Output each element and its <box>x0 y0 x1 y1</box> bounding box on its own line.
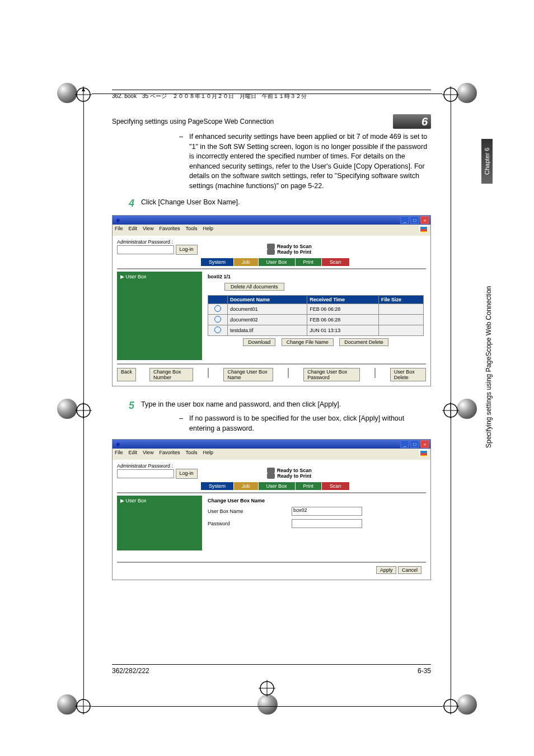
svg-rect-22 <box>420 229 427 231</box>
ready-to-print-label: Ready to Print <box>277 249 311 255</box>
minimize-icon[interactable]: _ <box>400 440 409 448</box>
footer-model: 362/282/222 <box>112 667 149 675</box>
tab-system[interactable]: System <box>201 258 234 266</box>
ie-icon: e <box>114 216 123 225</box>
row-radio[interactable] <box>214 316 221 323</box>
user-box-name-label: User Box Name <box>208 508 292 514</box>
chapter-badge: 6 <box>393 114 431 129</box>
login-button[interactable]: Log-in <box>176 469 198 479</box>
screenshot-user-box-list: e _ □ × File Edit View Favorites Tools H… <box>112 215 431 386</box>
table-row: document01 FEB 06 06:28 <box>208 304 424 315</box>
close-icon[interactable]: × <box>420 440 429 448</box>
tab-print[interactable]: Print <box>296 482 322 490</box>
sidebar-user-box[interactable]: ▶ User Box <box>117 496 202 550</box>
menu-view[interactable]: View <box>143 226 153 235</box>
menu-edit[interactable]: Edit <box>129 226 138 235</box>
side-running-head: Specifying settings using PageScope Web … <box>485 213 493 448</box>
ready-to-scan-label: Ready to Scan <box>277 244 312 249</box>
sidebar-user-box[interactable]: ▶ User Box <box>117 272 202 360</box>
tab-job[interactable]: Job <box>234 482 259 490</box>
maximize-icon[interactable]: □ <box>410 216 419 224</box>
doc-name-cell: testdata.tif <box>228 325 307 336</box>
crop-target-icon <box>75 698 92 715</box>
delete-all-documents-button[interactable]: Delete All documents <box>224 283 284 291</box>
tab-user-box[interactable]: User Box <box>259 482 296 490</box>
menu-help[interactable]: Help <box>203 226 213 235</box>
svg-rect-25 <box>420 453 427 455</box>
document-delete-button[interactable]: Document Delete <box>339 338 388 346</box>
menu-file[interactable]: File <box>115 226 123 235</box>
user-box-delete-button[interactable]: User Box Delete <box>390 368 426 381</box>
table-row: document02 FEB 06 06:28 <box>208 315 424 325</box>
menu-tools[interactable]: Tools <box>185 226 197 235</box>
change-user-box-password-button[interactable]: Change User Box Password <box>303 368 360 381</box>
bullet-dash: – <box>179 414 189 433</box>
col-document-name: Document Name <box>228 296 307 304</box>
screenshot-change-user-box-name: e _ □ × File Edit View Favorites Tools H… <box>112 439 431 580</box>
menu-tools[interactable]: Tools <box>185 450 197 459</box>
menu-view[interactable]: View <box>143 450 153 459</box>
password-label: Password <box>208 521 292 526</box>
login-button[interactable]: Log-in <box>176 245 198 255</box>
menu-favorites[interactable]: Favorites <box>159 450 180 459</box>
scanner-icon <box>267 244 275 249</box>
tab-job[interactable]: Job <box>234 258 259 266</box>
crop-target-icon <box>259 680 275 697</box>
change-box-number-button[interactable]: Change Box Number <box>149 368 193 381</box>
svg-rect-24 <box>420 231 427 232</box>
scanner-icon <box>267 468 275 473</box>
menu-edit[interactable]: Edit <box>129 450 138 459</box>
file-size-cell <box>378 325 423 336</box>
back-button[interactable]: Back <box>117 368 136 381</box>
row-radio[interactable] <box>214 305 221 312</box>
ready-to-print-label: Ready to Print <box>277 473 311 479</box>
minimize-icon[interactable]: _ <box>400 216 409 224</box>
tab-scan[interactable]: Scan <box>322 258 350 266</box>
crop-target-icon <box>442 698 459 715</box>
cancel-button[interactable]: Cancel <box>398 566 421 574</box>
maximize-icon[interactable]: □ <box>410 440 419 448</box>
registration-sphere-tr <box>457 83 477 103</box>
tab-system[interactable]: System <box>201 482 234 490</box>
menu-help[interactable]: Help <box>203 450 213 459</box>
crop-line <box>451 103 451 698</box>
section-heading: Specifying settings using PageScope Web … <box>112 118 274 125</box>
menu-favorites[interactable]: Favorites <box>159 226 180 235</box>
registration-sphere-br <box>457 694 477 715</box>
printer-icon <box>267 249 275 255</box>
received-time-cell: JUN 01 13:13 <box>307 325 379 336</box>
svg-rect-23 <box>420 227 427 229</box>
admin-password-input[interactable] <box>117 245 174 254</box>
step-number-4: 4 <box>112 198 141 209</box>
ie-throbber-icon <box>419 225 428 233</box>
admin-password-label: Administrator Password : <box>117 239 198 245</box>
ie-throbber-icon <box>419 449 428 457</box>
bullet-text: If enhanced security settings have been … <box>189 132 431 191</box>
file-size-cell <box>378 304 423 315</box>
crop-line <box>92 706 442 707</box>
ready-to-scan-label: Ready to Scan <box>277 468 312 473</box>
download-button[interactable]: Download <box>243 338 275 346</box>
step-text-4: Click [Change User Box Name]. <box>141 198 431 208</box>
received-time-cell: FEB 06 06:28 <box>307 304 379 315</box>
apply-button[interactable]: Apply <box>376 566 397 574</box>
crop-target-icon <box>75 86 92 103</box>
side-chapter-label: Chapter 6 <box>481 139 493 184</box>
menu-file[interactable]: File <box>115 450 123 459</box>
tab-print[interactable]: Print <box>296 258 322 266</box>
admin-password-label: Administrator Password : <box>117 463 198 469</box>
ie-icon: e <box>114 440 123 449</box>
row-radio[interactable] <box>214 326 221 333</box>
tab-scan[interactable]: Scan <box>322 482 350 490</box>
close-icon[interactable]: × <box>420 216 429 224</box>
registration-sphere-bm <box>257 694 278 715</box>
change-user-box-name-button[interactable]: Change User Box Name <box>223 368 273 381</box>
change-file-name-button[interactable]: Change File Name <box>282 338 334 346</box>
col-file-size: File Size <box>378 296 423 304</box>
tab-user-box[interactable]: User Box <box>259 258 296 266</box>
doc-name-cell: document01 <box>228 304 307 315</box>
col-received-time: Received Time <box>307 296 379 304</box>
admin-password-input[interactable] <box>117 469 174 478</box>
user-box-name-input[interactable]: box02 <box>292 507 362 516</box>
password-input[interactable] <box>292 519 362 528</box>
